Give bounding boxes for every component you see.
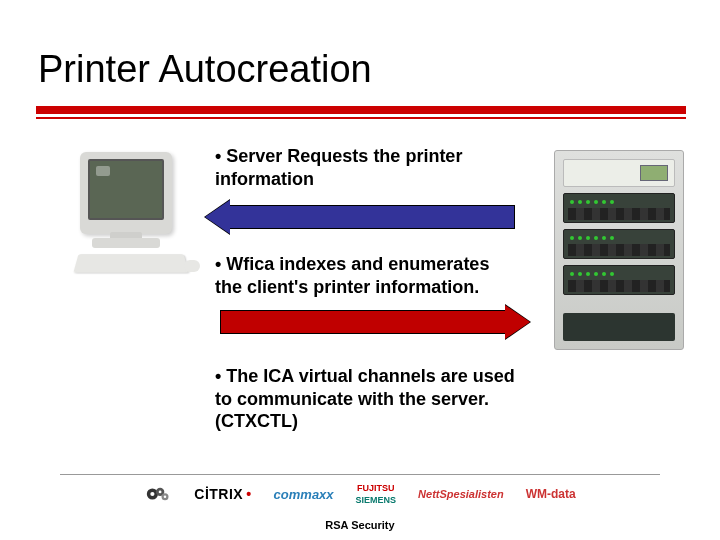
page-title: Printer Autocreation [38,48,372,91]
citrix-logo: CİTRIX• [194,486,251,502]
svg-point-3 [159,491,162,494]
title-underline-thin [36,117,686,119]
footer-divider [60,474,660,475]
title-underline-thick [36,106,686,114]
fujitsu-text: FUJITSU [357,484,395,493]
wm-data-logo: WM-data [526,487,576,501]
siemens-text: SIEMENS [356,496,397,505]
svg-point-1 [151,492,155,496]
footer-logos: CİTRIX• commaxx FUJITSU SIEMENS NettSpes… [0,480,720,508]
citrix-dot-icon: • [246,486,251,502]
client-computer-icon [52,152,197,292]
commaxx-logo: commaxx [274,487,334,502]
bullet-3: • The ICA virtual channels are used to c… [215,365,525,433]
fujitsu-siemens-logo: FUJITSU SIEMENS [356,484,397,505]
svg-point-5 [164,496,167,499]
cog-logo-icon [144,482,172,506]
bullet-1: • Server Requests the printer informatio… [215,145,495,190]
citrix-logo-text: CİTRIX [194,486,243,502]
arrow-right [220,305,530,339]
rsa-security-text: RSA Security [0,519,720,531]
nettspesialisten-logo: NettSpesialisten [418,488,504,500]
server-rack-icon [554,150,684,350]
bullet-2: • Wfica indexes and enumerates the clien… [215,253,495,298]
arrow-left [205,200,515,234]
